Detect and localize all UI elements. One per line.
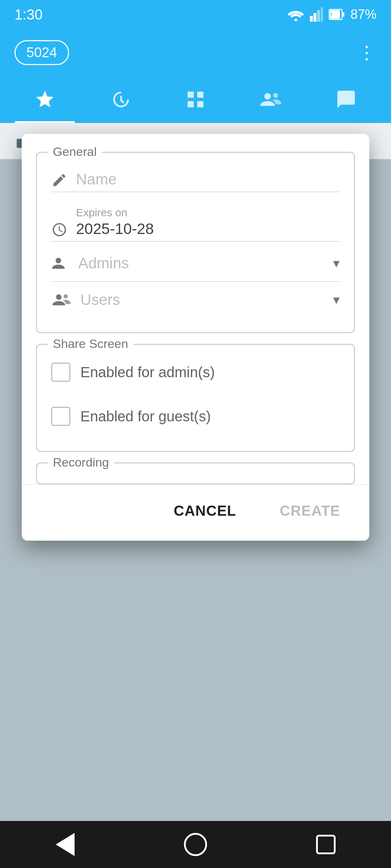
home-button[interactable] <box>179 828 212 861</box>
expires-value: 2025-10-28 <box>76 220 340 238</box>
status-bar: 1:30 ! 87% <box>0 0 391 29</box>
background-content: Video Conferences ▾ General Name <box>0 123 391 821</box>
edit-icon <box>51 172 67 188</box>
signal-icon <box>310 7 323 22</box>
svg-rect-4 <box>321 7 323 22</box>
star-icon <box>34 89 55 110</box>
share-screen-legend: Share Screen <box>48 337 133 351</box>
more-options-icon[interactable]: ⋮ <box>358 42 377 63</box>
general-legend: General <box>48 145 102 159</box>
nav-item-history[interactable] <box>83 76 158 123</box>
admin-share-row[interactable]: Enabled for admin(s) <box>51 352 340 392</box>
svg-point-13 <box>64 294 68 299</box>
svg-point-9 <box>264 93 271 99</box>
admin-icon <box>51 255 70 272</box>
users-field-content: Users <box>80 291 329 309</box>
guest-share-row[interactable]: Enabled for guest(s) <box>51 396 340 437</box>
svg-rect-2 <box>314 13 316 22</box>
wifi-icon <box>287 8 304 21</box>
svg-text:!: ! <box>331 12 332 17</box>
back-button[interactable] <box>49 828 81 861</box>
admins-placeholder: Admins <box>78 255 129 272</box>
admins-field-row[interactable]: Admins ▾ <box>51 245 340 282</box>
svg-point-10 <box>273 93 278 98</box>
contacts-icon <box>260 89 282 110</box>
expires-field-content: Expires on 2025-10-28 <box>76 207 340 238</box>
cancel-button[interactable]: CANCEL <box>163 495 247 526</box>
users-placeholder: Users <box>80 291 120 308</box>
bottom-nav <box>0 821 391 868</box>
name-field-content: Name <box>76 171 340 188</box>
nav-item-grid[interactable] <box>158 76 233 123</box>
app-header: 5024 ⋮ <box>0 29 391 76</box>
grid-icon <box>185 89 206 110</box>
recents-button[interactable] <box>310 828 342 861</box>
users-dropdown-arrow: ▾ <box>333 292 340 307</box>
chat-icon <box>336 89 357 110</box>
app-id-badge: 5024 <box>14 40 69 65</box>
svg-rect-6 <box>342 12 344 17</box>
create-button[interactable]: CREATE <box>269 495 351 526</box>
admins-field-content: Admins <box>78 255 329 272</box>
svg-rect-3 <box>317 10 320 22</box>
expires-field-row[interactable]: Expires on 2025-10-28 <box>51 196 340 242</box>
guest-share-label: Enabled for guest(s) <box>80 408 211 425</box>
history-icon <box>110 89 131 110</box>
general-section: General Name <box>36 152 355 333</box>
status-time: 1:30 <box>14 7 43 23</box>
back-icon <box>56 833 75 856</box>
recents-icon <box>316 835 336 854</box>
guest-share-checkbox[interactable] <box>51 407 70 426</box>
svg-point-0 <box>294 19 297 21</box>
recording-section: Recording <box>36 463 355 484</box>
battery-icon: ! <box>329 8 345 21</box>
admin-share-checkbox[interactable] <box>51 363 70 382</box>
admin-share-label: Enabled for admin(s) <box>80 364 215 380</box>
name-field-row[interactable]: Name <box>51 160 340 192</box>
svg-rect-1 <box>310 16 313 22</box>
svg-point-12 <box>56 294 62 300</box>
name-placeholder: Name <box>76 171 117 188</box>
status-icons: ! 87% <box>287 7 377 22</box>
nav-item-favorites[interactable] <box>7 76 83 123</box>
dialog: General Name <box>22 134 369 541</box>
share-screen-section: Share Screen Enabled for admin(s) Enable… <box>36 344 355 452</box>
expires-label: Expires on <box>76 207 340 219</box>
nav-item-contacts[interactable] <box>233 76 308 123</box>
dialog-buttons: CANCEL CREATE <box>22 484 369 541</box>
users-icon <box>51 292 72 308</box>
nav-bar <box>0 76 391 123</box>
recording-legend: Recording <box>48 455 114 469</box>
dialog-content: General Name <box>22 134 369 484</box>
clock-icon <box>51 222 67 238</box>
home-icon <box>184 833 207 856</box>
admins-dropdown-arrow: ▾ <box>333 256 340 271</box>
nav-item-chat[interactable] <box>308 76 384 123</box>
dialog-overlay: General Name <box>0 123 391 821</box>
battery-percentage: 87% <box>350 7 377 22</box>
users-field-row[interactable]: Users ▾ <box>51 282 340 318</box>
svg-point-11 <box>56 258 61 263</box>
